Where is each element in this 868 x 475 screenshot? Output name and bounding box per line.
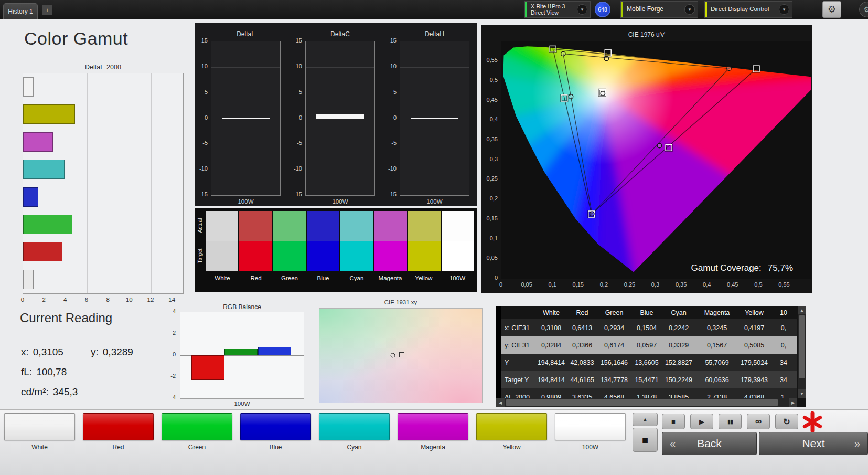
chevron-down-icon[interactable]: ▼ [577, 4, 587, 15]
gamut-coverage-readout: Gamut Coverage:75,7% [691, 263, 793, 273]
gamut-coverage-label: Gamut Coverage: [691, 263, 762, 273]
table-header-cell: White [535, 309, 567, 316]
measurement-count-badge[interactable]: 648 [595, 2, 610, 17]
gridline [400, 170, 469, 170]
stop-button[interactable]: ■ [662, 414, 685, 429]
swatch-actual-yellow [408, 211, 441, 241]
chevron-down-icon[interactable]: ▼ [779, 4, 789, 15]
gridline [306, 119, 374, 119]
cie31-marker-square [399, 352, 404, 357]
pause-button[interactable]: ▮▮ [719, 414, 742, 429]
swatch-label: 100W [441, 275, 474, 281]
x-axis-label: 100W [211, 198, 281, 205]
source-dropdown[interactable]: Mobile Forge ▼ [620, 1, 698, 18]
next-button[interactable]: Next » [759, 432, 868, 455]
axis-tick-label: -15 [384, 191, 397, 197]
patch-label: Red [83, 444, 154, 451]
patch-label: Cyan [319, 444, 390, 451]
patch-button-blue[interactable] [240, 413, 311, 440]
patch-buttons: WhiteRedGreenBlueCyanMagentaYellow100W [4, 413, 634, 455]
scroll-down-icon[interactable]: ▼ [798, 389, 806, 398]
add-tab-button[interactable]: + [42, 5, 52, 15]
vertical-scroll-thumb[interactable] [799, 315, 805, 378]
axis-tick-label: 0,3 [482, 156, 498, 162]
gridline [400, 67, 469, 68]
cie1931-title: CIE 1931 xy [319, 299, 483, 305]
axis-tick-label: -5 [384, 140, 397, 146]
table-row-label: x: CIE31 [501, 324, 535, 332]
axis-tick-label: 0,2 [482, 195, 498, 202]
patch-button-100w[interactable] [555, 413, 626, 440]
table-row[interactable]: y: CIE310,32840,33660,61740,05970,33290,… [501, 336, 797, 354]
gridline [306, 170, 374, 170]
table-header-row: WhiteRedGreenBlueCyanMagentaYellow10 [501, 306, 797, 319]
table-gutter [496, 306, 501, 398]
chevron-down-icon[interactable]: ▼ [684, 4, 695, 15]
table-row[interactable]: x: CIE310,31080,64130,29340,15040,22420,… [501, 319, 797, 336]
app-menu-button[interactable]: ⚙ [859, 2, 868, 17]
patch-button-white[interactable] [4, 413, 75, 440]
app-window: History 1 + X-Rite i1Pro 3 Direct View ▼… [0, 0, 868, 475]
settings-gear-button[interactable]: ⚙ [822, 1, 841, 18]
swatch-label: Green [273, 275, 306, 281]
swatch-column-labels: WhiteRedGreenBlueCyanMagentaYellow100W [206, 275, 474, 281]
patch-window-button[interactable]: ■ [633, 428, 658, 452]
table-cell: 2,7138 [695, 394, 738, 398]
patch-button-cyan[interactable] [319, 413, 390, 440]
table-horizontal-scrollbar[interactable]: ◀ ▶ [496, 398, 797, 407]
gridline [400, 93, 469, 93]
patch-button-magenta[interactable] [398, 413, 468, 440]
scroll-left-icon[interactable]: ◀ [496, 398, 505, 407]
table-cell: 179,5024 [738, 359, 770, 366]
table-cell: 13,6605 [631, 359, 662, 366]
table-cell: 134,7778 [597, 376, 631, 384]
patch-button-green[interactable] [162, 413, 232, 440]
axis-tick-label: 0 [384, 114, 397, 121]
table-row-label: ΔE 2000 [501, 394, 535, 398]
play-button[interactable]: ▶ [690, 414, 713, 429]
scroll-right-icon[interactable]: ▶ [789, 398, 797, 407]
scroll-up-icon[interactable]: ▲ [798, 306, 806, 314]
deltae-x-axis-labels: 02468101214 [23, 297, 184, 304]
table-vertical-scrollbar[interactable]: ▲ ▼ [798, 306, 806, 398]
table-row[interactable]: Target Y194,841444,6165134,777815,447115… [501, 371, 797, 388]
axis-tick-label: -4 [164, 394, 176, 400]
table-cell: 0,6413 [567, 324, 597, 332]
axis-tick-label: 0,15 [482, 215, 498, 221]
gridline [211, 144, 280, 144]
patch-button-red[interactable] [83, 413, 154, 440]
table-cell: 0,4197 [738, 324, 770, 332]
table-cell: 15,4471 [631, 376, 662, 384]
table-cell: 44,6165 [567, 376, 597, 384]
table-row[interactable]: Y194,841442,0833156,164613,6605152,88275… [501, 354, 797, 371]
display-control-dropdown[interactable]: Direct Display Control ▼ [704, 1, 792, 18]
rgb-bar-blue [258, 347, 291, 355]
swatch-actual-white [206, 211, 238, 241]
table-header-cell: Blue [631, 309, 662, 316]
autocal-asterisk-icon[interactable] [801, 411, 823, 433]
patch-size-up-button[interactable]: ▲ [633, 413, 658, 426]
axis-tick-label: 0 [17, 297, 28, 303]
continuous-measure-button[interactable]: ∞ [747, 414, 770, 429]
y-axis-labels: 151050-5-10-15 [384, 41, 398, 196]
patch-label: Magenta [398, 444, 468, 451]
top-bar: History 1 + X-Rite i1Pro 3 Direct View ▼… [0, 0, 868, 19]
deltae-chart-plot [23, 73, 184, 294]
table-cell: 0,9809 [535, 394, 567, 398]
meter-dropdown[interactable]: X-Rite i1Pro 3 Direct View ▼ [524, 1, 591, 18]
table-row[interactable]: ΔE 20000,98093,63354,65681,38783,85852,7… [501, 388, 797, 398]
swatch-target-magenta [374, 241, 406, 271]
chromaticity-horseshoe [501, 41, 811, 279]
history-tab[interactable]: History 1 [3, 3, 38, 19]
cie1976-panel: CIE 1976 u'v' 0,550,50,450,40,350,30,250… [481, 25, 812, 293]
axis-tick-label: 10 [384, 63, 397, 69]
patch-button-yellow[interactable] [476, 413, 547, 440]
table-cell: 0,1567 [695, 342, 738, 349]
horizontal-scroll-thumb[interactable] [506, 399, 778, 406]
axis-tick-label: 4 [60, 297, 70, 303]
axis-tick-label: 0,1 [482, 235, 498, 241]
patch-slot: Green [162, 413, 240, 455]
refresh-button[interactable]: ↻ [775, 414, 798, 429]
back-button[interactable]: « Back [662, 432, 757, 455]
gridline [180, 334, 304, 334]
